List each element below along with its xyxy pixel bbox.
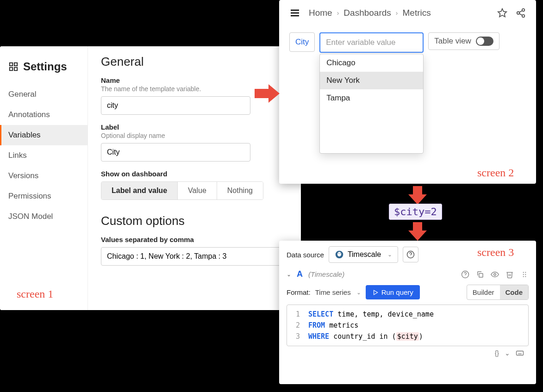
sidebar-item-links[interactable]: Links: [0, 145, 87, 166]
svg-point-24: [525, 272, 526, 273]
svg-point-9: [517, 12, 520, 14]
values-label: Values separated by comma: [101, 236, 288, 243]
arrow-down-icon: [407, 222, 428, 241]
breadcrumb-metrics[interactable]: Metrics: [402, 8, 431, 18]
help-button[interactable]: [403, 247, 418, 262]
table-view-toggle[interactable]: Table view: [428, 32, 499, 50]
toggle-switch[interactable]: [476, 37, 493, 46]
variable-label-pill[interactable]: City: [289, 32, 315, 52]
line-number: 1: [287, 309, 300, 320]
line-number: 3: [287, 331, 300, 342]
svg-point-8: [522, 9, 525, 12]
label-label: Label: [101, 123, 288, 131]
sql-text: ): [419, 332, 423, 341]
values-input[interactable]: [101, 247, 288, 266]
chevron-right-icon: ›: [396, 9, 398, 17]
collapse-chevron-icon[interactable]: ⌄: [287, 271, 291, 278]
sidebar-item-json-model[interactable]: JSON Model: [0, 206, 87, 227]
show-option-label-and-value[interactable]: Label and value: [101, 182, 178, 199]
variable-bar: City ChicagoNew YorkTampa Table view: [279, 26, 536, 59]
caption-screen-3: screen 3: [474, 245, 517, 260]
show-option-value[interactable]: Value: [178, 182, 217, 199]
data-source-select[interactable]: Timescale ⌄: [329, 246, 398, 263]
sidebar-item-permissions[interactable]: Permissions: [0, 186, 87, 206]
chevron-right-icon: ›: [337, 9, 339, 17]
svg-point-27: [523, 276, 524, 277]
breadcrumb-home[interactable]: Home: [309, 8, 332, 18]
keyboard-icon[interactable]: [516, 349, 524, 357]
format-select[interactable]: Time series ⌄: [315, 288, 361, 296]
svg-marker-7: [498, 9, 506, 17]
svg-rect-3: [14, 68, 17, 70]
svg-marker-29: [374, 290, 377, 294]
dropdown-item-tampa[interactable]: Tampa: [320, 89, 423, 107]
sql-text: country_id in (: [329, 332, 396, 341]
svg-marker-38: [408, 222, 427, 241]
svg-rect-21: [479, 273, 483, 277]
dashboard-panel: Home › Dashboards › Metrics City Chicago…: [279, 0, 536, 184]
data-source-value: Timescale: [348, 250, 381, 259]
arrow-down-icon: [407, 186, 428, 205]
eye-icon[interactable]: [491, 270, 499, 279]
sidebar-item-variables[interactable]: Variables: [0, 125, 87, 145]
dropdown-item-chicago[interactable]: Chicago: [320, 54, 423, 72]
variable-value-input[interactable]: [319, 32, 424, 53]
editor-mode-builder[interactable]: Builder: [467, 285, 500, 299]
run-query-label: Run query: [381, 288, 413, 296]
play-icon: [372, 289, 379, 296]
braces-button[interactable]: {}: [495, 349, 499, 357]
chevron-down-icon: ⌄: [387, 251, 392, 258]
line-number: 2: [287, 320, 300, 331]
svg-point-23: [523, 272, 524, 273]
editor-mode-segmented: BuilderCode: [467, 285, 529, 300]
variable-assignment-badge: $city=2: [389, 204, 442, 220]
editor-mode-code[interactable]: Code: [500, 285, 529, 299]
show-option-nothing[interactable]: Nothing: [217, 182, 263, 199]
caption-screen-1: screen 1: [14, 287, 56, 301]
copy-icon[interactable]: [476, 270, 484, 279]
dropdown-item-new-york[interactable]: New York: [320, 72, 423, 89]
query-editor-panel: Data source Timescale ⌄ ⌄ A (Timescale) …: [279, 241, 536, 384]
settings-title-text: Settings: [23, 60, 67, 73]
table-view-toggle-label: Table view: [434, 37, 471, 46]
settings-title: Settings: [0, 56, 87, 84]
chevron-down-icon[interactable]: ⌄: [505, 349, 510, 357]
show-on-dash-label: Show on dashboard: [101, 170, 288, 178]
svg-rect-30: [517, 351, 524, 355]
svg-rect-2: [10, 68, 12, 70]
query-letter[interactable]: A: [297, 269, 303, 279]
trash-icon[interactable]: [506, 270, 514, 279]
section-custom-heading: Custom options: [101, 214, 288, 228]
svg-line-12: [519, 13, 522, 15]
sql-editor[interactable]: 1 SELECT time, temp, device_name 2 FROM …: [287, 305, 529, 346]
query-datasource-name: (Timescale): [308, 270, 344, 278]
name-input[interactable]: [101, 96, 250, 115]
sidebar-item-general[interactable]: General: [0, 84, 87, 105]
svg-marker-37: [408, 186, 427, 205]
svg-point-14: [337, 252, 341, 256]
data-source-label: Data source: [287, 251, 324, 259]
breadcrumb: Home › Dashboards › Metrics: [309, 8, 431, 18]
arrow-right-icon: [255, 83, 280, 104]
drag-handle-icon[interactable]: [520, 270, 529, 279]
svg-line-11: [519, 11, 522, 12]
variable-dropdown: ChicagoNew YorkTampa: [319, 54, 424, 154]
label-input[interactable]: [101, 143, 250, 162]
run-query-button[interactable]: Run query: [366, 285, 420, 299]
sql-keyword: WHERE: [308, 332, 329, 341]
svg-marker-36: [255, 84, 280, 103]
timescale-logo-icon: [335, 250, 344, 259]
sidebar-item-versions[interactable]: Versions: [0, 166, 87, 186]
chevron-down-icon: ⌄: [356, 289, 361, 296]
sql-keyword: SELECT: [308, 310, 333, 318]
help-icon[interactable]: [461, 270, 469, 279]
hamburger-icon[interactable]: [289, 7, 300, 19]
sql-text: metrics: [325, 321, 358, 330]
sql-text: time, temp, device_name: [333, 310, 434, 318]
star-icon[interactable]: [497, 8, 507, 18]
share-icon[interactable]: [516, 8, 526, 18]
sidebar-item-annotations[interactable]: Annotations: [0, 105, 87, 125]
breadcrumb-dashboards[interactable]: Dashboards: [343, 8, 391, 18]
svg-point-16: [340, 253, 341, 254]
format-value: Time series: [315, 288, 351, 296]
